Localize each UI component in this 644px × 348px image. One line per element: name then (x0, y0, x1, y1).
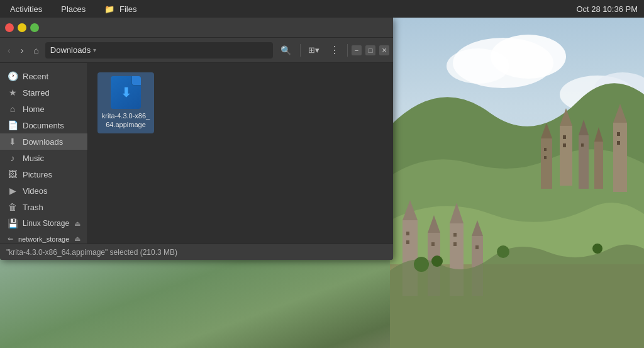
search-button[interactable]: 🔍 (275, 43, 296, 58)
close-button[interactable] (5, 23, 14, 32)
forward-button[interactable]: › (17, 43, 28, 58)
videos-icon: ▶ (8, 186, 18, 196)
linux-storage-eject[interactable]: ⏏ (74, 220, 80, 228)
sidebar-label-starred: Starred (23, 88, 50, 98)
trash-icon: 🗑 (8, 202, 18, 212)
file-area[interactable]: ⬇ krita-4.3.0-x86_64.appimage (88, 63, 393, 244)
music-icon: ♪ (8, 153, 18, 163)
svg-point-41 (592, 244, 602, 254)
file-manager-window: ‹ › ⌂ Downloads ▾ 🔍 ⊞▾ ⋮ − □ × 🕐 (0, 18, 393, 260)
svg-rect-22 (617, 132, 620, 136)
file-label-krita: krita-4.3.0-x86_64.appimage (101, 111, 150, 130)
status-bar: "krita-4.3.0-x86_64.appimage" selected (… (0, 244, 393, 260)
files-menu[interactable]: 📁 Files (101, 3, 140, 15)
more-options-button[interactable]: ⋮ (326, 42, 343, 59)
svg-rect-36 (453, 242, 457, 246)
home-icon-sidebar: ⌂ (8, 104, 18, 114)
titlebar (0, 18, 393, 38)
breadcrumb-dropdown-icon: ▾ (93, 47, 96, 53)
sidebar-label-videos: Videos (23, 186, 48, 196)
svg-rect-17 (544, 148, 547, 151)
downloads-icon: ⬇ (8, 137, 18, 147)
maximize-button[interactable] (30, 23, 39, 32)
documents-icon: 📄 (8, 120, 18, 130)
svg-point-39 (431, 255, 443, 267)
svg-rect-32 (406, 232, 409, 235)
sidebar-label-documents: Documents (23, 121, 64, 130)
window-max-button[interactable]: □ (365, 45, 375, 55)
minimize-button[interactable] (18, 23, 26, 32)
sidebar-item-videos[interactable]: ▶ Videos (0, 182, 87, 199)
svg-rect-37 (475, 245, 479, 249)
sidebar-item-trash[interactable]: 🗑 Trash (0, 199, 87, 215)
desktop: Activities Places 📁 Files Oct 28 10:36 P… (0, 0, 644, 348)
files-label: Files (119, 4, 136, 14)
sidebar-item-network-storage[interactable]: ⇐ network_storage ⏏ (0, 232, 87, 244)
svg-rect-7 (541, 138, 552, 189)
sidebar-label-linux-storage: Linux Storage (23, 219, 69, 228)
svg-rect-13 (594, 142, 603, 189)
svg-rect-35 (453, 233, 457, 237)
file-icon-krita: ⬇ (109, 76, 142, 109)
breadcrumb-bar[interactable]: Downloads ▾ (45, 42, 273, 59)
svg-rect-18 (544, 156, 547, 159)
linux-storage-icon: 💾 (8, 218, 18, 228)
toolbar-divider (300, 44, 301, 57)
svg-rect-9 (560, 126, 572, 186)
back-button[interactable]: ‹ (4, 43, 14, 58)
sidebar-item-starred[interactable]: ★ Starred (0, 84, 87, 101)
sidebar-item-pictures[interactable]: 🖼 Pictures (0, 166, 87, 182)
file-item-krita[interactable]: ⬇ krita-4.3.0-x86_64.appimage (97, 72, 154, 133)
svg-rect-20 (563, 143, 566, 147)
window-close-button[interactable]: × (379, 45, 389, 55)
sidebar-item-documents[interactable]: 📄 Documents (0, 117, 87, 133)
pictures-icon: 🖼 (8, 169, 18, 179)
sidebar-label-network-storage: network_storage (18, 235, 69, 243)
download-arrow-icon: ⬇ (121, 86, 131, 99)
svg-rect-21 (581, 143, 584, 147)
toolbar-divider-2 (347, 44, 348, 57)
sidebar-item-linux-storage[interactable]: 💾 Linux Storage ⏏ (0, 215, 87, 232)
clock: Oct 28 10:36 PM (576, 4, 638, 14)
toolbar: ‹ › ⌂ Downloads ▾ 🔍 ⊞▾ ⋮ − □ × (0, 38, 393, 63)
svg-rect-19 (563, 135, 566, 139)
network-storage-icon: ⇐ (8, 235, 13, 243)
topbar: Activities Places 📁 Files Oct 28 10:36 P… (0, 0, 644, 18)
status-text: "krita-4.3.0-x86_64.appimage" selected (… (6, 248, 177, 257)
sidebar-label-pictures: Pictures (23, 170, 52, 179)
places-menu[interactable]: Places (57, 3, 89, 15)
sidebar-label-downloads: Downloads (23, 137, 63, 147)
svg-rect-23 (617, 141, 620, 145)
starred-icon: ★ (8, 87, 18, 98)
sidebar-label-home: Home (23, 104, 45, 114)
activities-menu[interactable]: Activities (6, 3, 46, 15)
sidebar-label-trash: Trash (23, 203, 43, 212)
topbar-left: Activities Places 📁 Files (6, 3, 140, 15)
svg-rect-11 (579, 135, 589, 189)
breadcrumb-location: Downloads (50, 45, 91, 55)
sidebar-item-home[interactable]: ⌂ Home (0, 101, 87, 117)
content-area: 🕐 Recent ★ Starred ⌂ Home 📄 Documents ⬇ (0, 63, 393, 244)
window-min-button[interactable]: − (352, 45, 362, 55)
view-toggle-button[interactable]: ⊞▾ (304, 43, 323, 57)
svg-point-3 (447, 48, 509, 84)
network-storage-eject[interactable]: ⏏ (74, 235, 80, 243)
topbar-right: Oct 28 10:36 PM (576, 4, 638, 14)
home-button[interactable]: ⌂ (30, 43, 42, 58)
sidebar-label-recent: Recent (23, 72, 48, 81)
svg-point-38 (414, 257, 429, 272)
svg-rect-34 (431, 242, 435, 246)
svg-point-40 (497, 245, 509, 258)
files-icon: 📁 (104, 4, 114, 14)
sidebar: 🕐 Recent ★ Starred ⌂ Home 📄 Documents ⬇ (0, 63, 88, 244)
sidebar-item-recent[interactable]: 🕐 Recent (0, 68, 87, 84)
svg-rect-33 (406, 240, 409, 244)
sidebar-item-music[interactable]: ♪ Music (0, 150, 87, 166)
sidebar-item-downloads[interactable]: ⬇ Downloads (0, 133, 87, 150)
sidebar-label-music: Music (23, 154, 44, 163)
home-icon: ⌂ (33, 45, 38, 55)
appimage-icon: ⬇ (111, 76, 141, 109)
recent-icon: 🕐 (8, 71, 18, 81)
